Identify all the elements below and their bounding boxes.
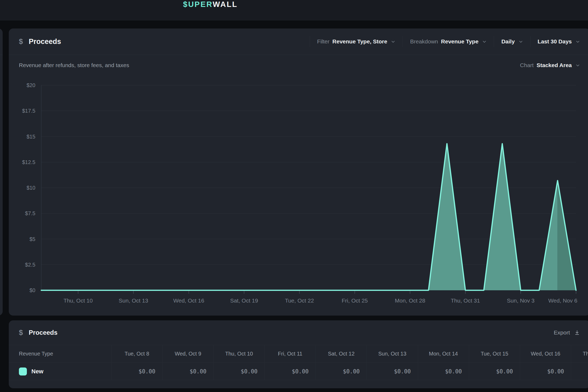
column-header-date: Wed, Oct 9 [162, 345, 213, 363]
filter-value: Revenue Type, Store [332, 38, 387, 45]
column-header-date: Tue, Oct 8 [111, 345, 162, 363]
chart-type-label: Chart [520, 62, 533, 68]
chart-subtitle: Revenue after refunds, store fees, and t… [19, 62, 129, 68]
table-value-cell: $0.00 [469, 363, 520, 380]
table-value-cell: $0.00 [418, 363, 469, 380]
column-header-date: Mon, Oct 14 [418, 345, 469, 363]
chart-subheader: Revenue after refunds, store fees, and t… [9, 62, 588, 68]
chevron-down-icon [482, 39, 487, 44]
column-header-date: Wed, Oct 16 [520, 345, 571, 363]
export-label: Export [554, 329, 570, 336]
table-value-cell: $0.00 [162, 363, 213, 380]
chevron-down-icon [391, 39, 395, 44]
logo-accent-text: $UPER [183, 0, 213, 9]
adjacent-card-edge [0, 28, 3, 316]
legend-swatch-new [19, 368, 27, 375]
chart-controls: Filter Revenue Type, Store Breakdown Rev… [303, 36, 580, 47]
divider [530, 36, 531, 47]
chart-type-value: Stacked Area [537, 62, 572, 68]
interval-dropdown[interactable]: Daily [501, 38, 523, 45]
column-header-date: Fri, Oct 11 [264, 345, 316, 363]
table-value-cell: $0.00 [367, 363, 418, 380]
chevron-down-icon [575, 63, 580, 68]
column-header-date: Sat, Oct 12 [316, 345, 367, 363]
chevron-down-icon [575, 39, 580, 44]
table-value-cell: $0.00 [571, 363, 588, 380]
download-icon [574, 330, 580, 336]
date-range-value: Last 30 Days [538, 38, 572, 45]
column-header-date: Sun, Oct 13 [367, 345, 418, 363]
table-value-cell: $0.00 [520, 363, 571, 380]
column-header-revenue-type: Revenue Type [9, 345, 111, 363]
superwall-logo[interactable]: $UPERWALL [183, 1, 238, 8]
proceeds-table-card-header: $ Proceeds Export [9, 320, 588, 345]
table-title: Proceeds [29, 329, 57, 336]
dollar-icon: $ [19, 38, 23, 46]
table-value-cell: $0.00 [316, 363, 367, 380]
date-range-dropdown[interactable]: Last 30 Days [538, 38, 580, 45]
dashboard-page: $UPERWALL $ Proceeds Filter Revenue Type… [0, 0, 588, 392]
page-title: Proceeds [29, 38, 61, 46]
chart-type-dropdown[interactable]: Chart Stacked Area [520, 62, 580, 68]
revenue-type-name: New [31, 368, 43, 375]
column-header-date: Thu, Oct 17 [571, 345, 588, 363]
proceeds-chart-card: $ Proceeds Filter Revenue Type, Store Br… [9, 28, 588, 316]
export-button[interactable]: Export [554, 329, 580, 336]
logo-rest-text: WALL [213, 0, 238, 9]
table-value-cell: $0.00 [264, 363, 316, 380]
interval-value: Daily [501, 38, 515, 45]
proceeds-table-card: $ Proceeds Export Revenue TypeTue, Oct 8… [9, 320, 588, 388]
chevron-down-icon [519, 39, 523, 44]
table-value-cell: $0.00 [111, 363, 162, 380]
breakdown-value: Revenue Type [441, 38, 479, 45]
breakdown-label: Breakdown [410, 38, 438, 45]
column-header-date: Tue, Oct 15 [469, 345, 520, 363]
table-row-label-cell: New [9, 363, 111, 380]
filter-label: Filter [317, 38, 330, 45]
divider [403, 36, 403, 47]
proceeds-chart-card-header: $ Proceeds Filter Revenue Type, Store Br… [9, 28, 588, 55]
column-header-date: Thu, Oct 10 [213, 345, 264, 363]
breakdown-dropdown[interactable]: Breakdown Revenue Type [410, 38, 487, 45]
proceeds-table: Revenue TypeTue, Oct 8Wed, Oct 9Thu, Oct… [9, 345, 588, 380]
divider [310, 36, 310, 47]
table-value-cell: $0.00 [213, 363, 264, 380]
adjacent-card-header-edge [0, 28, 3, 55]
top-navigation-bar: $UPERWALL [0, 0, 588, 21]
filter-dropdown[interactable]: Filter Revenue Type, Store [317, 38, 396, 45]
dollar-icon: $ [19, 329, 23, 337]
divider [494, 36, 494, 47]
